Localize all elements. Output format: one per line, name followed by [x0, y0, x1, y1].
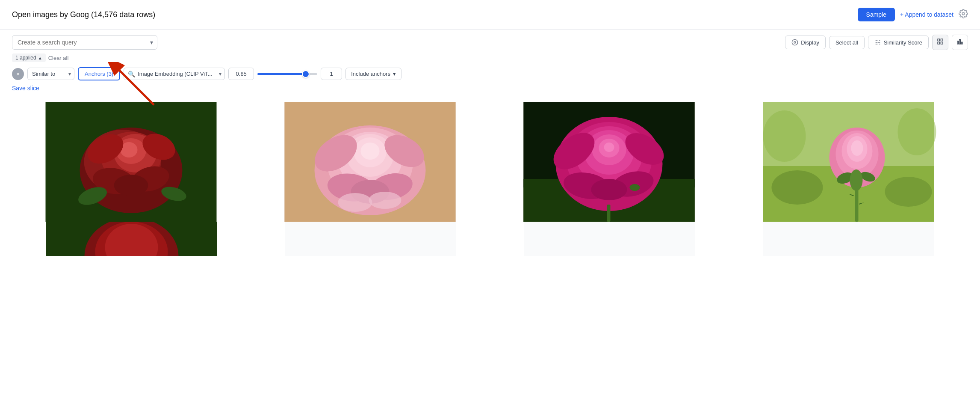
svg-rect-14	[959, 39, 961, 44]
partial-empty-1	[251, 222, 490, 256]
toolbar-right: Display Select all Similarity Score	[785, 35, 968, 50]
select-all-button[interactable]: Select all	[829, 36, 865, 49]
grid-view-button[interactable]	[932, 35, 948, 50]
svg-rect-12	[941, 42, 943, 44]
svg-point-63	[630, 184, 640, 191]
search-query-input[interactable]	[12, 35, 157, 50]
bar-view-button[interactable]	[952, 35, 968, 50]
svg-point-56	[604, 143, 614, 152]
svg-rect-13	[957, 41, 959, 44]
slider-wrap	[257, 73, 317, 75]
similarity-score-button[interactable]: Similarity Score	[868, 36, 929, 49]
anchors-button[interactable]: Anchors (3)	[78, 67, 120, 80]
svg-rect-62	[607, 205, 611, 222]
filter-row: × Similar to ▾ Anchors (3) 🔍 Image Embed…	[0, 62, 980, 80]
svg-rect-15	[961, 42, 962, 44]
count-input[interactable]	[321, 68, 342, 80]
svg-point-72	[851, 140, 863, 156]
filter-close-button[interactable]: ×	[12, 68, 24, 80]
svg-point-38	[361, 143, 380, 160]
search-query-wrap: ▾	[12, 35, 157, 50]
svg-rect-88	[524, 222, 695, 256]
image-cell	[251, 102, 490, 222]
svg-point-45	[369, 192, 401, 209]
gear-button[interactable]	[959, 9, 968, 21]
similarity-slider[interactable]	[257, 73, 317, 75]
image-cell	[12, 102, 251, 222]
similar-to-select[interactable]: Similar to	[27, 68, 74, 80]
grid-icon	[937, 38, 944, 45]
image-cell	[729, 102, 968, 222]
page-title: Open images by Goog (14,576 data rows)	[12, 10, 155, 19]
svg-rect-11	[938, 42, 940, 44]
include-anchors-button[interactable]: Include anchors ▾	[345, 68, 401, 80]
svg-point-0	[962, 12, 965, 15]
save-slice: Save slice	[0, 80, 980, 92]
partial-image-cell	[12, 222, 251, 256]
svg-point-80	[885, 177, 932, 207]
sample-button[interactable]: Sample	[858, 8, 895, 21]
svg-rect-76	[855, 183, 859, 222]
image-cell	[490, 102, 729, 222]
partial-image-row-2	[12, 222, 968, 256]
embedding-select[interactable]: Image Embedding (CLIP ViT...	[124, 68, 225, 80]
svg-point-1	[792, 39, 798, 45]
filter-row-container: × Similar to ▾ Anchors (3) 🔍 Image Embed…	[0, 62, 980, 80]
partial-image-cell	[251, 222, 490, 256]
header-actions: Sample + Append to dataset	[858, 8, 968, 21]
filters-bar: 1 applied ▲ Clear all	[0, 50, 980, 62]
svg-point-82	[898, 108, 936, 155]
display-icon	[791, 39, 798, 46]
image-grid	[12, 92, 968, 222]
toolbar: ▾ Display Select all Similarity Score	[0, 30, 980, 50]
svg-point-44	[338, 193, 372, 212]
page-header: Open images by Goog (14,576 data rows) S…	[0, 0, 980, 30]
svg-point-79	[772, 170, 823, 205]
partial-empty-3	[729, 222, 968, 256]
save-slice-button[interactable]: Save slice	[12, 85, 39, 92]
chevron-up-icon: ▲	[38, 56, 42, 60]
similarity-icon	[874, 39, 881, 46]
append-button[interactable]: + Append to dataset	[900, 11, 953, 18]
rose-image-3	[490, 102, 728, 222]
svg-point-61	[591, 179, 627, 200]
partial-empty-2	[490, 222, 729, 256]
svg-rect-89	[763, 222, 934, 256]
similar-to-select-wrap: Similar to ▾	[27, 68, 74, 80]
applied-badge: 1 applied ▲	[12, 53, 46, 62]
display-button[interactable]: Display	[785, 36, 826, 49]
clear-all-button[interactable]: Clear all	[48, 55, 69, 61]
svg-point-28	[114, 175, 148, 196]
include-anchors-chevron-icon: ▾	[393, 71, 396, 77]
embedding-select-wrap: 🔍 Image Embedding (CLIP ViT... ▾	[124, 68, 225, 80]
rose-image-1	[12, 102, 250, 222]
svg-point-81	[763, 110, 806, 162]
svg-point-2	[794, 42, 796, 43]
partial-rose-image	[12, 222, 251, 256]
score-input[interactable]	[228, 68, 254, 80]
rose-image-4	[729, 102, 968, 222]
svg-rect-87	[285, 222, 456, 256]
partial-image-cell	[490, 222, 729, 256]
gear-icon	[959, 9, 968, 18]
bar-chart-icon	[956, 38, 963, 45]
svg-rect-10	[941, 39, 943, 41]
rose-image-2	[251, 102, 489, 222]
partial-image-cell	[729, 222, 968, 256]
svg-rect-9	[938, 39, 940, 41]
